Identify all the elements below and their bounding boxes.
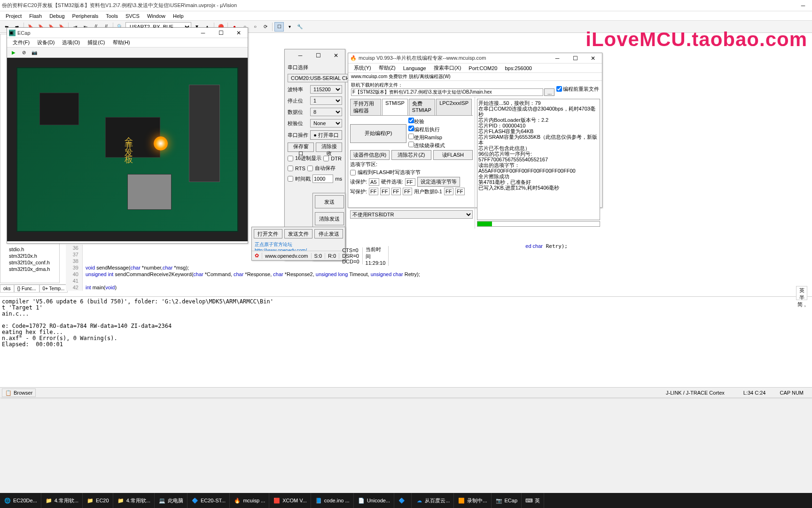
taskbar-item-12[interactable]: 🟧录制中...	[454, 493, 491, 508]
tree-stdio[interactable]: stdio.h	[0, 246, 59, 253]
ecap-min[interactable]: ─	[196, 29, 210, 37]
xcom-close[interactable]: ✕	[329, 51, 343, 60]
ud1[interactable]	[455, 188, 465, 195]
data-select[interactable]: 8	[310, 108, 342, 116]
tab-temp[interactable]: 0+ Temp...	[39, 285, 68, 293]
config-icon[interactable]: 🔧	[295, 22, 304, 32]
dtr-rts-select[interactable]: 不使用RTS和DTR	[350, 210, 473, 219]
taskbar-item-8[interactable]: 📘code.ino ...	[311, 493, 354, 508]
wp2[interactable]	[391, 188, 401, 195]
menu-peripherals[interactable]: Peripherals	[69, 12, 102, 20]
taskbar-item-14[interactable]: ⌨英	[522, 493, 544, 508]
writeopt-checkbox[interactable]	[350, 170, 356, 175]
autosave-checkbox[interactable]	[307, 166, 313, 171]
ramisp-checkbox[interactable]	[408, 134, 414, 139]
open-port-button[interactable]: ● 打开串口	[310, 130, 342, 140]
step-icon[interactable]: ⟳	[261, 22, 270, 32]
taskbar-item-6[interactable]: 🔥mcuisp ...	[230, 493, 269, 508]
send-button[interactable]: 发送	[315, 195, 344, 208]
stop-select[interactable]: 1	[310, 96, 342, 105]
ecap-menu-help[interactable]: 帮助(H)	[109, 38, 134, 47]
menu-tools[interactable]: Tools	[102, 12, 122, 20]
ecap-close[interactable]: ✕	[232, 29, 246, 37]
ts-input[interactable]	[312, 175, 333, 183]
tab-stmiap[interactable]: 免费STMIAP	[409, 99, 435, 115]
ecap-menu-capture[interactable]: 捕捉(C)	[84, 38, 109, 47]
send-file-button[interactable]: 发送文件	[284, 229, 313, 238]
baud-select[interactable]: 115200	[310, 85, 342, 94]
tree-stm32f10x[interactable]: stm32f10x.h	[0, 253, 59, 259]
tab-books[interactable]: oks	[0, 285, 14, 293]
wp0[interactable]	[369, 188, 378, 195]
reload-checkbox[interactable]	[556, 86, 562, 92]
hw-input[interactable]	[405, 178, 415, 186]
code-editor[interactable]: ed char Retry); 36 37 38 39void sendMess…	[66, 245, 812, 285]
xcom-max[interactable]: ☐	[311, 51, 325, 60]
tab-handheld[interactable]: 手持万用编程器	[350, 99, 381, 115]
tab-stmisp[interactable]: STMISP	[382, 99, 408, 115]
hex-checkbox[interactable]	[288, 156, 293, 161]
tree-conf[interactable]: stm32f10x_conf.h	[0, 259, 59, 266]
view2-icon[interactable]: ▾	[285, 22, 294, 32]
ts-checkbox[interactable]	[288, 176, 293, 182]
cont-checkbox[interactable]	[408, 142, 414, 147]
tree-dma[interactable]: stm32f10x_dma.h	[0, 266, 59, 272]
build-output[interactable]: compiler 'V5.06 update 6 (build 750)', f…	[0, 296, 812, 388]
ecap-menu-option[interactable]: 选项(O)	[58, 38, 84, 47]
browser-tab[interactable]: 📋 Browser	[2, 389, 36, 397]
taskbar-item-1[interactable]: 📁4.常用软...	[41, 493, 83, 508]
stop2-icon[interactable]: ⊘	[19, 48, 29, 57]
mcuisp-menu-sys[interactable]: 系统(Y)	[350, 64, 375, 72]
rts-checkbox[interactable]	[288, 166, 293, 171]
clear-send-button[interactable]: 清除发送	[315, 212, 344, 225]
taskbar-item-3[interactable]: 📁4.常用软...	[113, 493, 155, 508]
ecap-max[interactable]: ☐	[214, 29, 228, 37]
taskbar-item-2[interactable]: 📁EC20	[83, 493, 113, 508]
taskbar-item-13[interactable]: 📷ECap	[492, 493, 522, 508]
mcuisp-max[interactable]: ☐	[568, 54, 582, 63]
taskbar-item-9[interactable]: 📄Unicode...	[354, 493, 395, 508]
readinfo-button[interactable]: 读器件信息(R)	[350, 150, 390, 160]
menu-svcs[interactable]: SVCS	[122, 12, 143, 20]
browse-button[interactable]: ...	[544, 88, 554, 96]
taskbar-item-7[interactable]: 🟥XCOM V...	[269, 493, 311, 508]
menu-help[interactable]: Help	[169, 12, 187, 20]
xcom-min[interactable]: ─	[293, 51, 307, 60]
play-icon[interactable]: ▶	[9, 48, 18, 57]
view1-icon[interactable]: ☐	[274, 22, 284, 32]
xcom-url[interactable]: www.openedv.com	[262, 253, 312, 259]
reset-icon[interactable]: ○	[250, 22, 260, 32]
parity-select[interactable]: None	[310, 119, 342, 127]
taskbar-item-10[interactable]: 🔷	[394, 493, 412, 508]
ecap-menu-device[interactable]: 设备(D)	[33, 38, 58, 47]
mcuisp-menu-help[interactable]: 帮助(Z)	[375, 64, 399, 72]
setopt-button[interactable]: 设定选项字节等	[417, 177, 460, 187]
mcuisp-port[interactable]: Port:COM20	[465, 64, 501, 72]
menu-debug[interactable]: Debug	[46, 12, 68, 20]
clear-recv-button[interactable]: 清除接收	[316, 143, 342, 152]
mcuisp-menu-lang[interactable]: Language	[399, 64, 430, 72]
taskbar-item-0[interactable]: 🌐EC20De...	[0, 493, 41, 508]
taskbar-item-5[interactable]: 🔷EC20-ST...	[187, 493, 230, 508]
ecap-menu-file[interactable]: 文件(F)	[9, 38, 33, 47]
tab-lpc[interactable]: LPC2xxxISP	[436, 99, 472, 115]
start-prog-button[interactable]: 开始编程(P)	[350, 124, 406, 143]
menu-flash[interactable]: Flash	[25, 12, 46, 20]
snap-icon[interactable]: 📷	[30, 48, 39, 57]
open-file-button[interactable]: 打开文件	[254, 229, 282, 238]
taskbar-item-11[interactable]: ☁从百度云...	[412, 493, 454, 508]
verify-checkbox[interactable]	[408, 118, 414, 123]
dtr-checkbox[interactable]	[323, 156, 329, 161]
xcom-settings-icon[interactable]: ✿	[252, 253, 262, 259]
taskbar-item-4[interactable]: 💻此电脑	[155, 493, 187, 508]
erase-button[interactable]: 清除芯片(Z)	[391, 150, 431, 160]
menu-window[interactable]: Window	[143, 12, 169, 20]
runafter-checkbox[interactable]	[408, 126, 414, 131]
readflash-button[interactable]: 读FLASH	[433, 150, 473, 160]
mcuisp-close[interactable]: ✕	[586, 54, 600, 63]
mcuisp-sub[interactable]: www.mcuisp.com 免费软件 脱机/离线编程器(W)	[348, 73, 602, 81]
wp1[interactable]	[380, 188, 390, 195]
rp-input[interactable]	[369, 178, 379, 186]
minimize-button[interactable]: ─	[796, 1, 810, 10]
mcuisp-menu-search[interactable]: 搜索串口(X)	[430, 64, 465, 72]
